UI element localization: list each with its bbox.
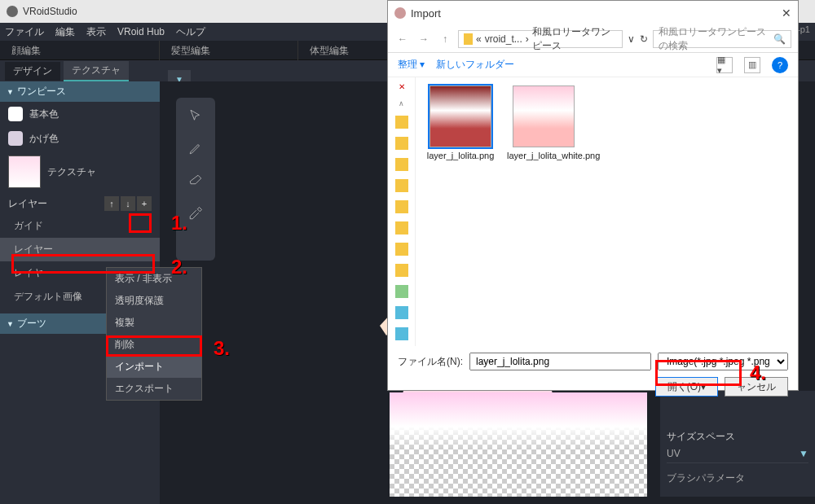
item-label: テクスチャ: [47, 165, 96, 179]
ctx-import[interactable]: インポート: [107, 356, 201, 378]
ctx-export[interactable]: エクスポート: [107, 378, 201, 400]
view-mode-button[interactable]: ▦ ▾: [716, 57, 733, 73]
item-label: 基本色: [29, 107, 59, 121]
open-button[interactable]: 開く(O) ▾: [655, 377, 718, 397]
qa-item[interactable]: [395, 285, 408, 298]
import-dialog: Import ✕ ← → ↑ « vroid_t... › 和風ロリータワンピー…: [387, 0, 799, 391]
pencil-tool[interactable]: [184, 137, 207, 160]
qa-item[interactable]: [395, 306, 408, 319]
section-label: ブーツ: [17, 317, 46, 331]
qa-item[interactable]: [395, 200, 408, 213]
tab-face[interactable]: 顔編集: [0, 41, 160, 60]
item-label: かげ色: [29, 132, 59, 146]
folder-icon: [464, 33, 473, 45]
subtab-design[interactable]: デザイン: [5, 62, 60, 81]
uv-label: UV: [667, 448, 681, 459]
dialog-icon: [394, 7, 406, 19]
layer-context-menu: 表示 / 非表示 透明度保護 複製 削除 インポート エクスポート: [106, 267, 202, 401]
subtab-texture[interactable]: テクスチャ: [64, 61, 129, 81]
file-name: layer_j_lolita.png: [427, 151, 495, 160]
ctx-duplicate[interactable]: 複製: [107, 312, 201, 334]
app-title: VRoidStudio: [23, 6, 77, 17]
ctx-show[interactable]: 表示 / 非表示: [107, 268, 201, 290]
search-box[interactable]: 和風ロリータワンピースの検索 🔍: [653, 30, 791, 48]
quick-access: ✕ ∧: [388, 77, 416, 346]
layer-guide[interactable]: ガイド: [0, 214, 160, 238]
eyedropper-tool[interactable]: [184, 202, 207, 225]
layer-item-1[interactable]: レイヤー: [0, 238, 160, 261]
brush-param-label: ブラシパラメータ: [667, 471, 808, 485]
uv-row[interactable]: UV▼: [667, 444, 808, 463]
shade-color-item[interactable]: かげ色: [0, 126, 160, 151]
texture-item[interactable]: テクスチャ: [0, 151, 160, 193]
file-item[interactable]: layer_j_lolita.png: [424, 85, 497, 160]
path-bar[interactable]: « vroid_t... › 和風ロリータワンピース: [458, 30, 623, 48]
menu-edit[interactable]: 編集: [55, 25, 75, 39]
tab-hair[interactable]: 髪型編集: [160, 41, 298, 60]
btn-new-folder[interactable]: 新しいフォルダー: [436, 58, 514, 72]
menu-help[interactable]: ヘルプ: [176, 25, 205, 39]
qa-item[interactable]: [395, 116, 408, 129]
select-tool[interactable]: [184, 104, 207, 127]
qa-close-icon[interactable]: ✕: [399, 82, 405, 91]
ctx-delete[interactable]: 削除: [107, 334, 201, 356]
layer-down-button[interactable]: ↓: [121, 196, 135, 211]
dialog-close-icon[interactable]: ✕: [782, 7, 791, 20]
qa-item[interactable]: [395, 137, 408, 150]
shade-color-swatch: [8, 131, 23, 146]
ctx-translucent[interactable]: 透明度保護: [107, 290, 201, 312]
texture-thumb: [8, 156, 41, 188]
path-seg-1[interactable]: vroid_t...: [485, 33, 522, 45]
menu-view[interactable]: 表示: [86, 25, 106, 39]
refresh-icon[interactable]: ↻: [640, 33, 648, 45]
preview-pane-button[interactable]: ▥: [744, 57, 760, 73]
layer-add-button[interactable]: +: [137, 196, 152, 211]
qa-item[interactable]: [395, 221, 408, 234]
base-color-item[interactable]: 基本色: [0, 102, 160, 126]
eraser-tool[interactable]: [184, 169, 207, 192]
base-color-swatch: [8, 107, 23, 121]
right-panel: サイズスペース UV▼ ブラシパラメータ: [660, 391, 815, 497]
section-onepiece[interactable]: ▼ワンピース: [0, 81, 160, 102]
btn-organize[interactable]: 整理 ▾: [398, 58, 425, 72]
cancel-button[interactable]: ャンセル: [725, 377, 788, 397]
file-list[interactable]: layer_j_lolita.png layer_j_lolita_white.…: [416, 77, 798, 346]
file-item[interactable]: layer_j_lolita_white.png: [507, 85, 580, 160]
qa-item[interactable]: [395, 179, 408, 192]
qa-item[interactable]: [395, 264, 408, 277]
search-icon: 🔍: [773, 33, 786, 45]
tool-palette: [176, 98, 215, 261]
nav-fwd-icon[interactable]: →: [416, 33, 432, 45]
filename-label: ファイル名(N):: [398, 355, 463, 369]
qa-item[interactable]: [395, 327, 408, 340]
texture-preview[interactable]: [390, 392, 647, 497]
path-seg-2[interactable]: 和風ロリータワンピース: [532, 25, 617, 53]
file-thumb: [430, 85, 491, 147]
qa-item[interactable]: [395, 243, 408, 256]
filename-input[interactable]: [469, 353, 651, 370]
file-name: layer_j_lolita_white.png: [507, 151, 600, 160]
menu-file[interactable]: ファイル: [5, 25, 44, 39]
menu-vroidhub[interactable]: VRoid Hub: [117, 26, 165, 37]
section-label: ワンピース: [17, 85, 66, 99]
size-space-label: サイズスペース: [667, 430, 808, 444]
dialog-title: Import: [411, 7, 441, 20]
filetype-select[interactable]: Image(*.jpg *.jpeg *.png): [658, 353, 788, 370]
app-icon: [7, 6, 18, 17]
dialog-titlebar: Import ✕: [388, 1, 798, 25]
file-thumb: [513, 85, 575, 147]
search-placeholder: 和風ロリータワンピースの検索: [659, 25, 767, 53]
layer-label: レイヤー: [8, 197, 47, 211]
help-icon[interactable]: ?: [772, 57, 788, 73]
qa-item[interactable]: [395, 158, 408, 171]
nav-back-icon[interactable]: ←: [394, 33, 411, 45]
layer-up-button[interactable]: ↑: [104, 196, 119, 211]
nav-up-icon[interactable]: ↑: [437, 33, 453, 45]
